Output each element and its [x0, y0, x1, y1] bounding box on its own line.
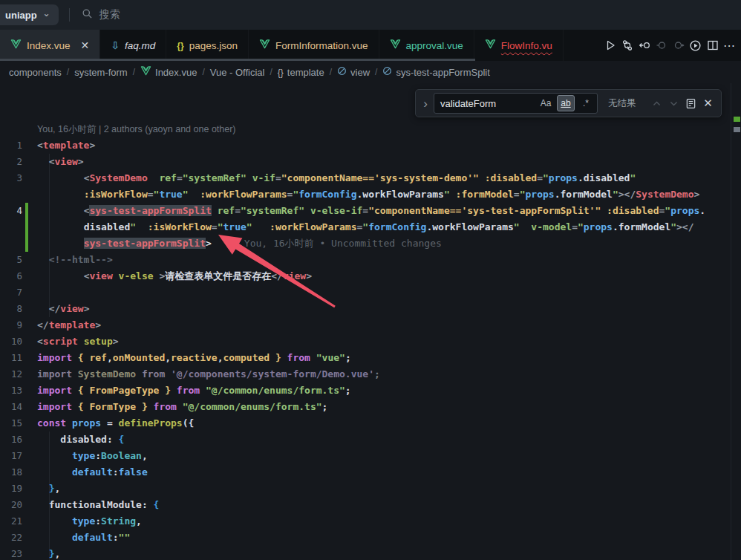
code-line-17[interactable]: 17 type:Boolean,: [0, 448, 731, 464]
project-switcher[interactable]: uniapp ⌄: [0, 4, 59, 25]
code-line[interactable]: :isWorkFlow="true" :workFlowParams="form…: [0, 186, 731, 203]
line-number[interactable]: 9: [0, 317, 22, 333]
code-line-16[interactable]: 16 disabled: {: [0, 432, 731, 448]
line-number[interactable]: 13: [0, 382, 22, 399]
tab-pages-json[interactable]: {}pages.json: [166, 30, 249, 61]
line-number[interactable]: 15: [0, 415, 22, 432]
line-number[interactable]: [0, 219, 22, 235]
line-number[interactable]: 8: [0, 301, 22, 317]
match-case-button[interactable]: Aa: [537, 95, 555, 111]
line-number[interactable]: 10: [0, 333, 22, 350]
line-number[interactable]: 6: [0, 268, 22, 284]
editor[interactable]: You, 16小时前 | 2 authors (yaoyn and one ot…: [0, 83, 741, 560]
code-text: },: [28, 481, 60, 497]
nav-back-button[interactable]: [653, 36, 669, 55]
code-line-7[interactable]: 7: [0, 284, 731, 301]
code-line-22[interactable]: 22 default:"": [0, 530, 731, 546]
tab-forminformation-vue[interactable]: FormInformation.vue: [249, 30, 379, 61]
find-next-button[interactable]: [665, 95, 682, 111]
code-line[interactable]: You, 16小时前 | 2 authors (yaoyn and one ot…: [0, 121, 731, 137]
code-line-13[interactable]: 13import { FromPageType } from "@/common…: [0, 382, 731, 399]
line-number[interactable]: 22: [0, 530, 22, 546]
run-debug-button[interactable]: [688, 36, 703, 55]
open-changes-button[interactable]: [636, 36, 652, 55]
find-in-selection-button[interactable]: [682, 95, 699, 111]
tab-flowinfo-vu[interactable]: FlowInfo.vu: [474, 30, 564, 61]
code-line-12[interactable]: 12import SystemDemo from '@/components/s…: [0, 366, 731, 382]
code-line-18[interactable]: 18 default:false: [0, 464, 731, 481]
line-number[interactable]: 14: [0, 399, 22, 415]
code-line-11[interactable]: 11import { ref,onMounted,reactive,comput…: [0, 350, 731, 366]
git-compare-button[interactable]: [619, 36, 635, 55]
code-line-5[interactable]: 5 <!--html-->: [0, 252, 731, 268]
line-number[interactable]: 4: [0, 203, 22, 219]
find-input[interactable]: validateForm Aa ab .*: [434, 93, 598, 114]
tab-scrollbar[interactable]: [0, 59, 475, 61]
breadcrumb-item-vue-official[interactable]: Vue - Official: [210, 67, 265, 78]
line-number[interactable]: 21: [0, 513, 22, 530]
line-number[interactable]: [0, 235, 22, 252]
code-text: <template>: [28, 137, 95, 154]
line-number[interactable]: 16: [0, 432, 22, 448]
run-button[interactable]: [602, 36, 618, 55]
tab-index-vue[interactable]: Index.vue✕: [0, 30, 100, 61]
find-previous-button[interactable]: [648, 95, 665, 111]
find-results-label: 无结果: [608, 97, 644, 110]
whole-word-button[interactable]: ab: [557, 95, 575, 111]
code-text: },: [28, 546, 60, 560]
find-widget: › validateForm Aa ab .* 无结果 ✕: [415, 89, 722, 117]
line-number[interactable]: 19: [0, 481, 22, 497]
breadcrumb-item-template[interactable]: {}template: [278, 67, 324, 78]
code-line[interactable]: sys-test-appFormSplit>You, 16小时前 • Uncom…: [0, 235, 731, 252]
breadcrumb-item-sys-test-appformsplit[interactable]: sys-test-appFormSplit: [382, 66, 489, 78]
code-line-1[interactable]: 1<template>: [0, 137, 731, 154]
tab-close-icon[interactable]: ✕: [81, 40, 90, 51]
titlebar-divider: [69, 8, 70, 22]
tab-faq-md[interactable]: ⇩faq.md: [100, 30, 166, 61]
breadcrumb-item-system-form[interactable]: system-form: [74, 67, 128, 78]
line-number[interactable]: 18: [0, 464, 22, 481]
breadcrumb-item-index-vue[interactable]: Index.vue: [140, 66, 197, 78]
code-line-20[interactable]: 20 functionalModule: {: [0, 497, 731, 513]
code-line-21[interactable]: 21 type:String,: [0, 513, 731, 530]
find-close-button[interactable]: ✕: [699, 95, 716, 111]
code-line-10[interactable]: 10<script setup>: [0, 333, 731, 350]
code-line-15[interactable]: 15const props = defineProps({: [0, 415, 731, 432]
line-number[interactable]: 17: [0, 448, 22, 464]
line-number[interactable]: 7: [0, 284, 22, 301]
code-text: functionalModule: {: [28, 497, 159, 513]
code-line[interactable]: disabled" :isWorkFlow="true" :workFlowPa…: [0, 219, 731, 235]
code-line-19[interactable]: 19 },: [0, 481, 731, 497]
code-line-3[interactable]: 3 <SystemDemo ref="systemRef" v-if="comp…: [0, 170, 731, 186]
line-number[interactable]: 3: [0, 170, 22, 186]
md-file-icon: ⇩: [111, 39, 120, 51]
breadcrumb-label: components: [9, 67, 62, 78]
line-number[interactable]: 23: [0, 546, 22, 560]
line-number[interactable]: 20: [0, 497, 22, 513]
find-toggle-replace-icon[interactable]: ›: [420, 97, 431, 110]
line-number[interactable]: [0, 121, 22, 137]
code-line-4[interactable]: 4 <sys-test-appFormSplit ref="systemRef"…: [0, 203, 731, 219]
code-line-14[interactable]: 14import { FormType } from "@/common/enu…: [0, 399, 731, 415]
code-line-8[interactable]: 8 </view>: [0, 301, 731, 317]
more-button[interactable]: ⋯: [722, 36, 737, 55]
split-editor-button[interactable]: [705, 36, 720, 55]
tab-label: FormInformation.vue: [275, 40, 368, 51]
line-number[interactable]: 1: [0, 137, 22, 154]
code-line-2[interactable]: 2 <view>: [0, 154, 731, 170]
code-line-23[interactable]: 23 },: [0, 546, 731, 560]
line-number[interactable]: 2: [0, 154, 22, 170]
global-search[interactable]: 搜索: [82, 8, 120, 22]
breadcrumb-item-view[interactable]: view: [337, 66, 370, 78]
line-number[interactable]: [0, 186, 22, 203]
code-line-9[interactable]: 9</template>: [0, 317, 731, 333]
breadcrumb-item-components[interactable]: components: [9, 67, 62, 78]
code-line-6[interactable]: 6 <view v-else >请检查表单文件是否存在</view>: [0, 268, 731, 284]
line-number[interactable]: 5: [0, 252, 22, 268]
line-number[interactable]: 11: [0, 350, 22, 366]
code-text: import { FromPageType } from "@/common/e…: [28, 382, 351, 399]
line-number[interactable]: 12: [0, 366, 22, 382]
tab-approval-vue[interactable]: approval.vue: [379, 30, 474, 61]
regex-button[interactable]: .*: [577, 95, 595, 111]
nav-forward-button[interactable]: [670, 36, 686, 55]
